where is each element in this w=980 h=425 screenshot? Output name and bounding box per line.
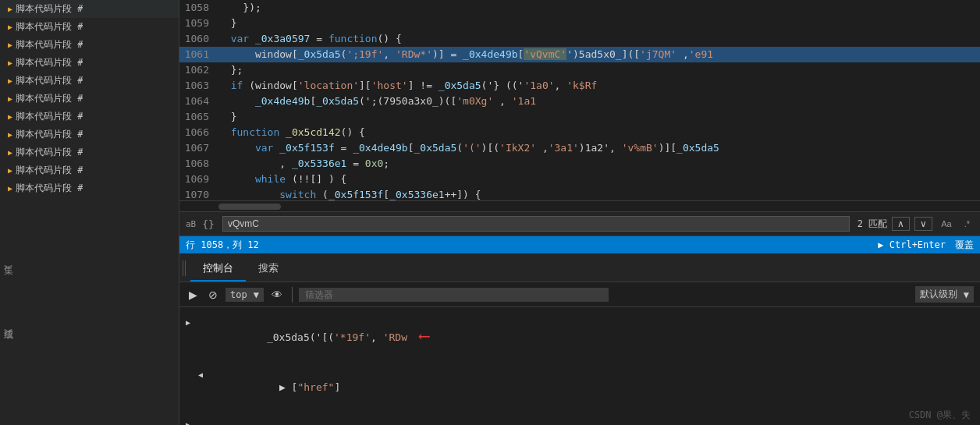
find-match-count: 2 匹配 (858, 218, 887, 231)
find-input[interactable] (222, 216, 850, 232)
code-line-1060: 1060 var _0x3a0597 = function() { (179, 31, 980, 47)
sidebar-label-chengji: 成绩》 (0, 319, 16, 325)
line-content-1060: var _0x3a0597 = function() { (218, 31, 980, 47)
sidebar-item-9[interactable]: ▶ 脚本代码片段 # (0, 161, 179, 179)
find-bar: aB {} 2 匹配 ∧ ∨ Aa .* (179, 211, 980, 236)
code-line-1058: 1058 }); (179, 0, 980, 16)
tab-console-label: 控制台 (203, 262, 233, 274)
console-run-button[interactable]: ▶ (186, 287, 201, 303)
sidebar-item-label-1: 脚本代码片段 # (16, 20, 83, 34)
sidebar-item-label-10: 脚本代码片段 # (16, 182, 83, 195)
sidebar-item-icon-10: ▶ (8, 184, 12, 193)
code-line-1064: 1064 _0x4de49b[_0x5da5(';(7950a3x0_)(['m… (179, 94, 980, 109)
sidebar-item-3[interactable]: ▶ 脚本代码片段 # (0, 54, 179, 72)
console-expand-icon-1: ◀ (198, 364, 203, 383)
console-expand-icon-2: ▶ (186, 414, 190, 425)
line-num-1062: 1062 (179, 62, 218, 78)
line-content-1069: while (!![] ) { (218, 172, 980, 187)
sidebar-item-icon-1: ▶ (8, 23, 12, 31)
sidebar-item-5[interactable]: ▶ 脚本代码片段 # (0, 90, 179, 108)
console-toolbar: ▶ ⊘ top ▼ 👁 默认级别 ▼ (179, 282, 980, 307)
sidebar-item-8[interactable]: ▶ 脚本代码片段 # (0, 143, 179, 161)
console-text-0: _0x5da5('[('*19f', 'RDw ⟵ (194, 312, 974, 361)
console-expand-icon-0: ▶ (186, 312, 190, 331)
find-prev-button[interactable]: ∧ (892, 217, 910, 231)
line-num-1066: 1066 (179, 125, 218, 140)
code-scrollbar[interactable] (179, 200, 980, 211)
context-select[interactable]: top ▼ (225, 288, 264, 302)
status-save[interactable]: 覆盖 (955, 239, 974, 252)
line-num-1065: 1065 (179, 109, 218, 125)
find-regex-button[interactable]: .* (960, 218, 974, 230)
level-select[interactable]: 默认级别 ▼ (915, 286, 974, 303)
code-line-1065: 1065 } (179, 109, 980, 125)
bottom-tabs: 控制台 搜索 (179, 255, 980, 282)
line-num-1059: 1059 (179, 16, 218, 31)
bottom-panel-drag-handle[interactable] (183, 260, 187, 276)
line-num-1064: 1064 (179, 94, 218, 109)
find-next-button[interactable]: ∨ (914, 217, 932, 231)
line-content-1062: }; (218, 62, 980, 78)
status-run[interactable]: ▶ Ctrl+Enter (878, 239, 946, 250)
console-text-1: ▶ ["href"] (206, 364, 974, 411)
sidebar-item-7[interactable]: ▶ 脚本代码片段 # (0, 126, 179, 143)
sidebar-item-label-8: 脚本代码片段 # (16, 146, 83, 159)
line-num-1070: 1070 (179, 187, 218, 200)
sidebar-item-icon-5: ▶ (8, 94, 12, 103)
console-output: ▶ _0x5da5('[('*19f', 'RDw ⟵ ◀ ▶ ["href"]… (179, 307, 980, 425)
line-num-1060: 1060 (179, 31, 218, 47)
sidebar-item-icon-4: ▶ (8, 76, 12, 85)
context-label: top (230, 289, 247, 300)
sidebar-list: ▶ 脚本代码片段 # ▶ 脚本代码片段 # ▶ 脚本代码片段 # ▶ 脚本代码片… (0, 0, 179, 197)
sidebar-item-2[interactable]: ▶ 脚本代码片段 # (0, 36, 179, 54)
line-content-1064: _0x4de49b[_0x5da5(';(7950a3x0_)(['m0Xg' … (218, 94, 980, 109)
tab-console[interactable]: 控制台 (190, 257, 246, 282)
code-line-1067: 1067 var _0x5f153f = _0x4de49b[_0x5da5('… (179, 140, 980, 156)
tab-search[interactable]: 搜索 (246, 257, 291, 282)
sidebar-item-label-2: 脚本代码片段 # (16, 38, 83, 51)
console-entry-0[interactable]: ▶ _0x5da5('[('*19f', 'RDw ⟵ (179, 310, 980, 363)
line-num-1069: 1069 (179, 172, 218, 187)
sidebar-item-6[interactable]: ▶ 脚本代码片段 # (0, 108, 179, 126)
bottom-panel: 控制台 搜索 ▶ ⊘ top ▼ 👁 默认级别 (179, 253, 980, 425)
sidebar: ▶ 脚本代码片段 # ▶ 脚本代码片段 # ▶ 脚本代码片段 # ▶ 脚本代码片… (0, 0, 179, 425)
code-line-1066: 1066 function _0x5cd142() { (179, 125, 980, 140)
sidebar-item-0[interactable]: ▶ 脚本代码片段 # (0, 0, 179, 18)
sidebar-item-label-0: 脚本代码片段 # (16, 2, 83, 16)
sidebar-item-label-3: 脚本代码片段 # (16, 56, 83, 69)
line-content-1066: function _0x5cd142() { (218, 125, 980, 140)
sidebar-item-icon-2: ▶ (8, 41, 12, 49)
console-eye-button[interactable]: 👁 (268, 287, 286, 303)
sidebar-label-ji: 集》 (0, 255, 16, 261)
console-clear-button[interactable]: ⊘ (205, 287, 221, 303)
watermark: CSDN @果、失 (909, 409, 971, 422)
line-content-1068: , _0x5336e1 = 0x0; (218, 156, 980, 172)
find-case-button[interactable]: Aa (937, 218, 955, 230)
code-line-1059: 1059 } (179, 16, 980, 31)
console-entry-2[interactable]: ▶ _0x5da5('('j7QM' ,'e91 ⟵ (179, 413, 980, 425)
level-label: 默认级别 (920, 288, 957, 301)
find-ab-icon: aB (186, 219, 196, 229)
filter-input[interactable] (299, 288, 609, 302)
line-num-1063: 1063 (179, 78, 218, 94)
sidebar-item-icon-3: ▶ (8, 58, 12, 67)
status-position: 行 1058，列 12 (186, 239, 259, 252)
tab-search-label: 搜索 (258, 262, 279, 274)
sidebar-item-10[interactable]: ▶ 脚本代码片段 # (0, 179, 179, 197)
sidebar-item-label-7: 脚本代码片段 # (16, 128, 83, 141)
line-num-1061: 1061 (179, 47, 218, 62)
sidebar-item-4[interactable]: ▶ 脚本代码片段 # (0, 72, 179, 90)
sidebar-item-icon-6: ▶ (8, 112, 12, 121)
sidebar-item-icon-7: ▶ (8, 130, 12, 139)
line-content-1059: } (218, 16, 980, 31)
code-line-1070: 1070 switch (_0x5f153f[_0x5336e1++]) { (179, 187, 980, 200)
code-line-1061: 1061 window[_0x5da5(';19f', 'RDw*')] = _… (179, 47, 980, 62)
sidebar-item-1[interactable]: ▶ 脚本代码片段 # (0, 18, 179, 36)
code-editor: 1058 }); 1059 } 1060 var _0x3a0597 = fun… (179, 0, 980, 211)
line-num-1067: 1067 (179, 140, 218, 156)
sidebar-item-label-5: 脚本代码片段 # (16, 92, 83, 105)
code-line-1062: 1062 }; (179, 62, 980, 78)
code-line-1068: 1068 , _0x5336e1 = 0x0; (179, 156, 980, 172)
console-entry-1[interactable]: ◀ ▶ ["href"] (179, 363, 980, 413)
line-content-1063: if (window['location']['host'] != _0x5da… (218, 78, 980, 94)
